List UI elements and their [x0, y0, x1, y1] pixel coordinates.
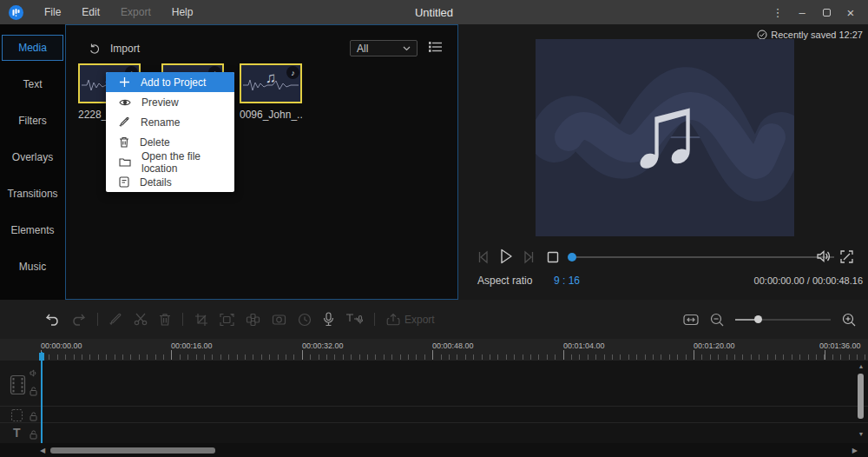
app-logo-icon: [9, 5, 23, 20]
ruler-label: 00:01:04.00: [563, 341, 605, 350]
context-menu-preview[interactable]: Preview: [106, 92, 234, 112]
media-filter-dropdown[interactable]: All: [350, 40, 418, 56]
menu-edit[interactable]: Edit: [82, 6, 100, 18]
zoom-in-button[interactable]: [842, 313, 856, 327]
fit-timeline-button[interactable]: [683, 314, 699, 326]
pip-track-icon: [10, 408, 23, 422]
media-item[interactable]: ♫ ♪ 0096_John_...: [240, 63, 302, 121]
aspect-ratio-value[interactable]: 9 : 16: [554, 275, 580, 287]
menu-help[interactable]: Help: [172, 6, 194, 18]
toolbar-separator: [374, 313, 375, 326]
maximize-button[interactable]: [816, 3, 837, 22]
app-window: File Edit Export Help Untitled ⋮ – × Med…: [0, 0, 868, 457]
context-menu-rename[interactable]: Rename: [106, 112, 234, 132]
scroll-up-icon[interactable]: ▲: [857, 363, 865, 369]
mosaic-button[interactable]: [246, 313, 260, 327]
close-button[interactable]: ×: [840, 3, 861, 22]
text-track-header: T: [0, 423, 42, 443]
volume-button[interactable]: [816, 249, 832, 263]
export-icon: [386, 313, 400, 327]
minimize-button[interactable]: –: [792, 3, 812, 22]
crop-button[interactable]: [194, 313, 208, 327]
plus-icon: [119, 76, 130, 88]
playhead-line[interactable]: [41, 352, 43, 443]
context-menu-add-to-project[interactable]: Add to Project: [106, 72, 234, 92]
fullscreen-button[interactable]: [840, 250, 853, 263]
maximize-icon: [823, 9, 831, 17]
pip-track[interactable]: [0, 407, 868, 423]
context-menu-open-file-location[interactable]: Open the file location: [106, 152, 234, 172]
sidebar-item-music[interactable]: Music: [2, 254, 63, 280]
ruler-label: 00:00:16.00: [171, 341, 213, 350]
ruler-ticks: [41, 354, 868, 360]
zoom-out-button[interactable]: [710, 313, 724, 327]
timeline-ruler[interactable]: 00:00:00.00 00:00:16.00 00:00:32.00 00:0…: [0, 339, 868, 361]
next-frame-button[interactable]: [521, 250, 535, 264]
freeze-frame-button[interactable]: [272, 314, 286, 326]
scroll-right-icon[interactable]: ▶: [852, 447, 858, 454]
play-button[interactable]: [497, 248, 515, 265]
horizontal-scrollbar[interactable]: ◀ ▶: [0, 443, 868, 457]
details-icon: [119, 176, 129, 188]
chevron-down-icon: [403, 46, 411, 51]
sidebar-item-transitions[interactable]: Transitions: [2, 181, 63, 207]
stop-button[interactable]: [547, 251, 559, 263]
sidebar-item-filters[interactable]: Filters: [2, 108, 63, 134]
sidebar: Media Text Filters Overlays Transitions …: [0, 24, 65, 300]
vertical-scrollbar[interactable]: ▲ ▼: [857, 363, 865, 441]
ruler-label: 00:00:00.00: [41, 341, 82, 350]
preview-viewport: ♫: [536, 39, 794, 236]
playback-controls: [458, 247, 868, 268]
zoom-button[interactable]: [220, 313, 234, 327]
video-track[interactable]: [0, 361, 868, 407]
track-lock-icon: [30, 412, 37, 421]
sidebar-item-overlays[interactable]: Overlays: [2, 144, 63, 170]
undo-button[interactable]: [45, 313, 60, 326]
list-view-icon: [429, 41, 443, 53]
timeline-zoom-handle[interactable]: [754, 315, 762, 323]
sidebar-item-elements[interactable]: Elements: [2, 217, 63, 243]
duration-button[interactable]: [298, 313, 312, 327]
redo-button[interactable]: [71, 313, 86, 326]
sidebar-item-text[interactable]: Text: [2, 71, 63, 97]
sidebar-item-media[interactable]: Media: [2, 35, 63, 61]
more-options-icon[interactable]: ⋮: [767, 3, 788, 22]
ruler-label: 00:01:20.00: [694, 341, 735, 350]
voiceover-button[interactable]: [323, 312, 334, 327]
ruler-label: 00:00:48.00: [432, 341, 474, 350]
folder-icon: [119, 157, 131, 167]
horizontal-scrollbar-thumb[interactable]: [50, 447, 215, 454]
previous-frame-button[interactable]: [477, 250, 491, 264]
preview-panel: Recently saved 12:27 ♫: [458, 24, 868, 300]
video-track-header: [0, 361, 42, 406]
menu-file[interactable]: File: [44, 6, 61, 18]
import-button[interactable]: Import: [89, 43, 140, 55]
list-view-button[interactable]: [429, 41, 443, 53]
pencil-icon: [119, 116, 130, 128]
aspect-ratio-label: Aspect ratio: [477, 275, 532, 287]
cut-button[interactable]: [134, 313, 148, 326]
toolbar-separator: [182, 313, 183, 326]
playback-progress-slider[interactable]: [569, 256, 834, 258]
time-display: 00:00:00.00 / 00:00:48.16: [754, 275, 863, 286]
text-track-icon: T: [13, 426, 21, 440]
scroll-left-icon[interactable]: ◀: [40, 447, 45, 454]
export-button[interactable]: Export: [386, 313, 435, 327]
delete-button[interactable]: [159, 313, 171, 326]
context-menu: Add to Project Preview Rename Delete Ope…: [106, 72, 234, 192]
audio-badge-icon: ♪: [286, 66, 299, 79]
ruler-label: 00:01:36.00: [819, 341, 861, 350]
timeline-tracks: T: [0, 361, 868, 443]
vertical-scrollbar-thumb[interactable]: [858, 374, 864, 419]
text-track[interactable]: T: [0, 423, 868, 443]
timeline-zoom-slider[interactable]: [735, 319, 831, 321]
text-to-speech-button[interactable]: [345, 313, 363, 326]
titlebar: File Edit Export Help Untitled ⋮ – ×: [0, 0, 868, 24]
audio-thumbnail: ♫ ♪: [240, 63, 302, 103]
playback-progress-handle[interactable]: [568, 253, 576, 262]
scroll-down-icon[interactable]: ▼: [857, 431, 865, 437]
timeline-toolbar: Export: [0, 300, 868, 339]
context-menu-details[interactable]: Details: [106, 172, 234, 192]
edit-button[interactable]: [109, 313, 122, 326]
menu-export: Export: [121, 6, 151, 18]
